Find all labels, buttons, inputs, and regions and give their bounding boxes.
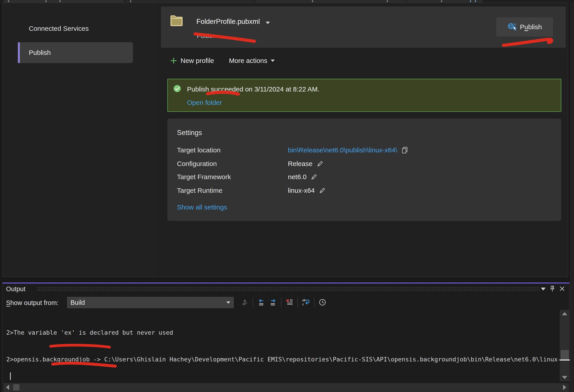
tab-text-remnant xyxy=(45,0,47,2)
goto-output-icon[interactable] xyxy=(241,298,249,307)
clear-all-icon[interactable] xyxy=(286,298,293,307)
more-actions-button[interactable]: More actions xyxy=(229,56,275,66)
publish-page: Connected Services Publish FolderProfile… xyxy=(2,3,568,277)
tab-text-remnant xyxy=(130,0,131,2)
toolbar-separator xyxy=(297,297,298,307)
toolbar-separator xyxy=(281,297,281,307)
target-runtime-value: linux-x64 xyxy=(288,187,315,194)
output-source-select[interactable]: Build xyxy=(67,297,234,308)
output-console[interactable]: 2>The variable 'ex' is declared but neve… xyxy=(3,310,559,383)
scroll-up-arrow[interactable] xyxy=(562,312,567,315)
configuration-value: Release xyxy=(288,160,312,168)
console-line: 2>opensis.backgroundjob -> C:\Users\Ghis… xyxy=(6,355,559,364)
console-line: 2>The variable 'ex' is declared but neve… xyxy=(6,328,559,337)
setting-row-target-runtime: Target Runtime linux-x64 xyxy=(177,186,326,196)
scroll-left-arrow[interactable] xyxy=(6,385,9,390)
sidebar-item-label: Publish xyxy=(29,49,51,57)
scrollbar-thumb[interactable] xyxy=(13,384,20,391)
edit-pencil-icon[interactable] xyxy=(319,187,326,194)
show-output-from-label: Show output from: xyxy=(6,297,59,308)
plus-icon xyxy=(170,57,177,64)
new-profile-button[interactable]: New profile xyxy=(170,56,214,66)
close-icon[interactable] xyxy=(559,285,565,292)
tab-text-remnant xyxy=(312,0,313,2)
previous-message-icon[interactable] xyxy=(257,298,265,307)
selection-accent-bar xyxy=(18,42,20,63)
document-tab[interactable] xyxy=(125,0,254,3)
sidebar-item-publish[interactable]: Publish xyxy=(18,42,133,63)
tab-text-remnant xyxy=(470,0,471,2)
publish-status-message: Publish succeeded on 3/11/2024 at 8:22 A… xyxy=(187,85,319,93)
svg-text:ab: ab xyxy=(302,298,306,302)
timestamp-clock-icon[interactable] xyxy=(318,298,327,307)
scrollbar-thumb[interactable] xyxy=(561,350,569,361)
tab-text-remnant xyxy=(475,0,476,2)
output-panel: Output Show output from: Build xyxy=(2,282,570,392)
tab-text-remnant xyxy=(387,0,388,2)
open-folder-link[interactable]: Open folder xyxy=(187,99,222,106)
target-location-value[interactable]: bin\Release\net6.0\publish\linux-x64\ xyxy=(288,146,397,154)
vs-publish-window: Connected Services Publish FolderProfile… xyxy=(0,0,574,392)
word-wrap-icon[interactable]: ab c xyxy=(302,298,310,307)
tab-text-remnant xyxy=(8,0,9,2)
scrollbar-marker xyxy=(560,359,570,361)
chevron-down-icon[interactable] xyxy=(266,22,270,24)
window-edge-strip xyxy=(571,3,574,392)
success-check-icon xyxy=(173,85,181,93)
show-all-settings-link[interactable]: Show all settings xyxy=(177,203,227,211)
edit-pencil-icon[interactable] xyxy=(316,160,324,167)
document-tab-strip xyxy=(0,0,574,3)
document-tab[interactable] xyxy=(3,0,124,3)
profile-header: FolderProfile.pubxml Folder Publish xyxy=(161,6,566,48)
tab-text-remnant xyxy=(59,0,61,2)
edit-pencil-icon[interactable] xyxy=(310,173,318,180)
toolbar-separator xyxy=(314,297,314,307)
setting-row-target-location: Target location bin\Release\net6.0\publi… xyxy=(177,145,409,155)
next-message-icon[interactable] xyxy=(269,298,277,307)
target-framework-value: net6.0 xyxy=(288,173,307,181)
svg-text:c: c xyxy=(302,303,304,306)
profile-type: Folder xyxy=(197,32,214,39)
setting-row-configuration: Configuration Release xyxy=(177,159,324,169)
output-source-value: Build xyxy=(71,299,85,306)
folder-icon xyxy=(170,15,183,27)
horizontal-scrollbar[interactable] xyxy=(3,383,569,392)
publish-button-label: Publish xyxy=(520,23,542,31)
sidebar-item-connected-services[interactable]: Connected Services xyxy=(29,25,89,32)
tab-text-remnant xyxy=(441,0,442,2)
toolbar-separator xyxy=(253,297,253,307)
settings-panel: Settings Target location bin\Release\net… xyxy=(167,118,561,221)
panel-drag-grip[interactable] xyxy=(37,287,539,292)
settings-title: Settings xyxy=(177,129,202,137)
publish-globe-icon xyxy=(508,22,517,31)
publish-button[interactable]: Publish xyxy=(496,18,553,36)
profile-name[interactable]: FolderProfile.pubxml xyxy=(196,18,260,26)
output-panel-title: Output xyxy=(6,285,25,293)
panel-chevron-down-icon[interactable] xyxy=(541,288,546,291)
publish-success-banner: Publish succeeded on 3/11/2024 at 8:22 A… xyxy=(167,79,561,112)
new-profile-label: New profile xyxy=(181,57,214,64)
chevron-down-icon xyxy=(271,59,275,62)
chevron-down-icon xyxy=(226,301,230,304)
vertical-scrollbar[interactable] xyxy=(560,310,570,381)
scroll-right-arrow[interactable] xyxy=(563,385,566,390)
text-caret xyxy=(10,372,11,380)
pin-icon[interactable] xyxy=(549,285,555,293)
document-tab[interactable] xyxy=(255,0,406,3)
setting-row-target-framework: Target Framework net6.0 xyxy=(177,172,318,182)
copy-icon[interactable] xyxy=(401,146,409,154)
scroll-down-arrow[interactable] xyxy=(562,376,567,379)
more-actions-label: More actions xyxy=(229,57,267,64)
document-tab[interactable] xyxy=(407,0,483,3)
